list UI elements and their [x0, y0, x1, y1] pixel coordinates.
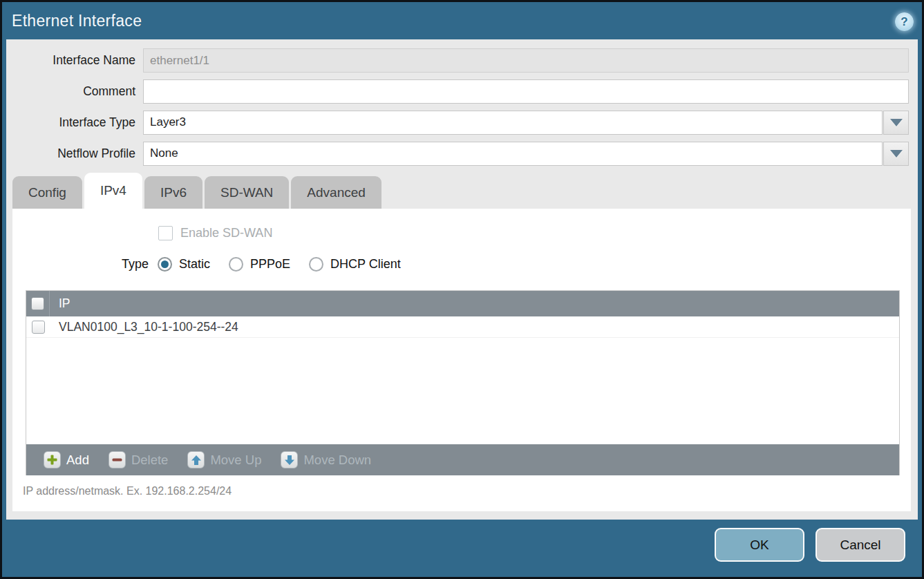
ethernet-interface-dialog: Ethernet Interface ? Interface Name Comm… — [2, 2, 922, 577]
interface-type-select[interactable]: Layer3 — [143, 111, 883, 135]
ip-table-toolbar: Add Delete — [26, 444, 899, 475]
select-all-checkbox[interactable] — [31, 297, 44, 310]
chevron-down-icon — [890, 150, 903, 158]
enable-sdwan-label: Enable SD-WAN — [180, 226, 272, 240]
radio-button-dhcp-client[interactable] — [309, 257, 323, 272]
ipv4-tab-panel: Enable SD-WAN Type Static PPPoE DHCP Cli… — [12, 209, 911, 511]
radio-option-dhcp-client[interactable]: DHCP Client — [309, 257, 401, 272]
dialog-footer: OK Cancel — [2, 520, 922, 577]
tab-ipv6[interactable]: IPv6 — [144, 176, 202, 209]
interface-name-label: Interface Name — [6, 53, 143, 68]
delete-button-label: Delete — [131, 453, 168, 468]
move-up-button[interactable]: Move Up — [187, 451, 261, 468]
row-checkbox[interactable] — [32, 321, 45, 334]
form-area: Interface Name Comment Interface Type La… — [6, 39, 918, 166]
plus-icon — [44, 451, 61, 468]
interface-name-field — [143, 48, 909, 73]
netflow-profile-row: Netflow Profile None — [6, 142, 918, 166]
tab-advanced[interactable]: Advanced — [291, 176, 381, 209]
minus-icon — [109, 451, 126, 468]
chevron-down-icon — [890, 119, 903, 126]
netflow-profile-label: Netflow Profile — [6, 146, 143, 161]
dialog-content: Interface Name Comment Interface Type La… — [6, 39, 918, 520]
netflow-profile-dropdown-button[interactable] — [883, 142, 909, 166]
type-radio-group: Type Static PPPoE DHCP Client — [12, 257, 911, 272]
help-icon-glyph: ? — [901, 15, 907, 29]
radio-option-static[interactable]: Static — [158, 257, 210, 272]
ip-table-header: IP — [26, 291, 899, 316]
row-checkbox-cell — [26, 321, 50, 334]
radio-button-static[interactable] — [158, 257, 172, 272]
enable-sdwan-checkbox — [158, 226, 173, 240]
ip-table-body: VLAN0100_L3_10-1-100-254--24 — [26, 316, 899, 444]
arrow-up-icon — [187, 451, 205, 468]
radio-label-dhcp-client: DHCP Client — [330, 257, 401, 272]
interface-type-row: Interface Type Layer3 — [6, 111, 918, 135]
dialog-title: Ethernet Interface — [12, 12, 142, 30]
ip-address-table: IP VLAN0100_L3_10-1-100-254--24 — [26, 290, 900, 475]
arrow-down-icon — [281, 451, 298, 468]
radio-option-pppoe[interactable]: PPPoE — [229, 257, 290, 272]
add-button[interactable]: Add — [44, 451, 89, 468]
comment-label: Comment — [6, 84, 143, 99]
table-row[interactable]: VLAN0100_L3_10-1-100-254--24 — [26, 316, 899, 338]
comment-row: Comment — [6, 79, 918, 104]
type-label: Type — [122, 257, 149, 272]
move-down-button[interactable]: Move Down — [281, 451, 371, 468]
ip-format-hint: IP address/netmask. Ex. 192.168.2.254/24 — [23, 485, 911, 497]
ip-cell-value[interactable]: VLAN0100_L3_10-1-100-254--24 — [50, 320, 238, 334]
interface-type-dropdown-button[interactable] — [883, 111, 909, 135]
tab-config[interactable]: Config — [12, 176, 82, 209]
move-up-button-label: Move Up — [210, 453, 261, 468]
ip-column-header: IP — [50, 296, 70, 311]
interface-name-row: Interface Name — [6, 48, 918, 73]
netflow-profile-select[interactable]: None — [143, 142, 883, 166]
help-icon[interactable]: ? — [895, 12, 914, 31]
cancel-button[interactable]: Cancel — [815, 528, 905, 562]
radio-label-pppoe: PPPoE — [250, 257, 290, 272]
radio-label-static: Static — [179, 257, 210, 272]
select-all-cell — [26, 291, 50, 316]
add-button-label: Add — [66, 453, 89, 468]
delete-button[interactable]: Delete — [109, 451, 168, 468]
tab-sdwan[interactable]: SD-WAN — [205, 176, 289, 209]
tab-strip: Config IPv4 IPv6 SD-WAN Advanced — [6, 173, 918, 209]
radio-button-pppoe[interactable] — [229, 257, 243, 272]
move-down-button-label: Move Down — [303, 453, 371, 468]
title-bar: Ethernet Interface ? — [2, 2, 922, 39]
enable-sdwan-row: Enable SD-WAN — [12, 209, 911, 240]
tab-ipv4[interactable]: IPv4 — [84, 173, 142, 209]
comment-field[interactable] — [143, 79, 909, 104]
interface-type-label: Interface Type — [6, 115, 143, 130]
ok-button[interactable]: OK — [715, 528, 804, 562]
